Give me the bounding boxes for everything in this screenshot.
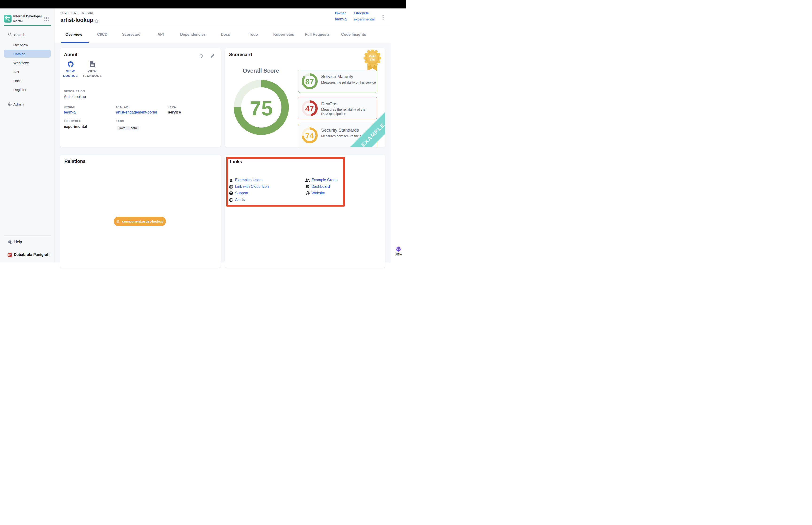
svg-text:Tier: Tier: [370, 58, 375, 61]
svg-text:Gold: Gold: [369, 55, 376, 58]
svg-text:?: ?: [10, 241, 11, 243]
